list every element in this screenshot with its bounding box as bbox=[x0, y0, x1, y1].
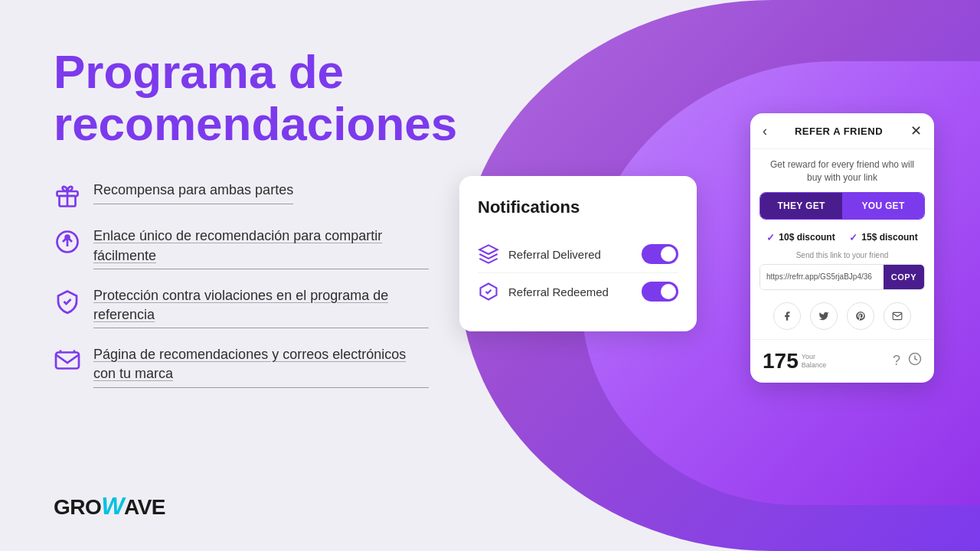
logo-text: GROWAVE bbox=[54, 492, 165, 520]
balance-label: Your Balance bbox=[802, 353, 827, 370]
refer-title: REFER A FRIEND bbox=[795, 126, 883, 137]
discount-they: ✓ 10$ discount bbox=[766, 232, 835, 243]
tab-you-get[interactable]: YOU GET bbox=[842, 193, 924, 219]
logo-ave: AVE bbox=[124, 495, 165, 519]
toggle-referral-redeemed[interactable] bbox=[642, 282, 678, 302]
gift-icon bbox=[54, 182, 81, 210]
notif-label-2: Referral Redeemed bbox=[508, 285, 609, 298]
link-icon bbox=[54, 228, 81, 256]
discount-you-text: 15$ discount bbox=[861, 232, 917, 243]
logo-gro: GRO bbox=[54, 495, 101, 519]
feature-item-2: Enlace único de recomendación para compa… bbox=[54, 227, 429, 269]
discount-they-text: 10$ discount bbox=[779, 232, 835, 243]
copy-button[interactable]: COPY bbox=[884, 265, 924, 289]
referral-redeemed-icon bbox=[478, 281, 499, 302]
balance-number: 175 bbox=[763, 349, 799, 373]
link-input-row: COPY bbox=[760, 264, 925, 290]
left-section: Programa de recomendaciones Recompensa p… bbox=[0, 0, 475, 551]
referral-delivered-icon bbox=[478, 243, 499, 265]
logo-wave-letter: W bbox=[101, 492, 124, 520]
toggle-referral-delivered[interactable] bbox=[642, 244, 678, 264]
check-icon-they: ✓ bbox=[766, 232, 775, 243]
feature-item-1: Recompensa para ambas partes bbox=[54, 181, 429, 210]
notif-left-2: Referral Redeemed bbox=[478, 281, 609, 302]
notifications-card: Notifications Referral Delivered Refer bbox=[459, 176, 697, 331]
discounts-row: ✓ 10$ discount ✓ 15$ discount bbox=[750, 229, 934, 251]
email-brand-icon bbox=[54, 347, 81, 374]
svg-rect-4 bbox=[56, 353, 79, 369]
refer-a-friend-card: ‹ REFER A FRIEND ✕ Get reward for every … bbox=[750, 113, 934, 383]
history-button[interactable] bbox=[908, 352, 922, 370]
facebook-share-button[interactable] bbox=[773, 302, 801, 330]
svg-point-3 bbox=[64, 235, 70, 241]
referral-link-input[interactable] bbox=[760, 265, 884, 289]
send-link-label: Send this link to your friend bbox=[750, 251, 934, 259]
notif-left-1: Referral Delivered bbox=[478, 243, 601, 265]
refer-subtitle: Get reward for every friend who will buy… bbox=[750, 149, 934, 192]
main-title: Programa de recomendaciones bbox=[54, 46, 429, 150]
shield-icon bbox=[54, 288, 81, 315]
footer-icons: ? bbox=[893, 352, 922, 370]
check-icon-you: ✓ bbox=[849, 232, 858, 243]
refer-header: ‹ REFER A FRIEND ✕ bbox=[750, 113, 934, 149]
pinterest-share-button[interactable] bbox=[847, 302, 874, 330]
feature-text-2: Enlace único de recomendación para compa… bbox=[93, 227, 429, 269]
back-button[interactable]: ‹ bbox=[763, 124, 767, 138]
notification-row-1: Referral Delivered bbox=[478, 236, 678, 273]
feature-item-3: Protección contra violaciones en el prog… bbox=[54, 286, 429, 328]
feature-item-4: Página de recomendaciones y correos elec… bbox=[54, 345, 429, 387]
email-share-button[interactable] bbox=[884, 302, 911, 330]
growave-logo: GROWAVE bbox=[54, 492, 429, 520]
tab-they-get[interactable]: THEY GET bbox=[760, 193, 842, 219]
social-share-row bbox=[750, 299, 934, 339]
refer-tabs: THEY GET YOU GET bbox=[760, 192, 925, 220]
feature-text-4: Página de recomendaciones y correos elec… bbox=[93, 345, 429, 387]
discount-you: ✓ 15$ discount bbox=[849, 232, 917, 243]
notification-row-2: Referral Redeemed bbox=[478, 273, 678, 310]
twitter-share-button[interactable] bbox=[810, 302, 838, 330]
refer-footer: 175 Your Balance ? bbox=[750, 339, 934, 383]
features-list: Recompensa para ambas partes Enlace únic… bbox=[54, 181, 429, 387]
notif-label-1: Referral Delivered bbox=[508, 248, 601, 261]
notifications-title: Notifications bbox=[478, 197, 678, 217]
help-button[interactable]: ? bbox=[893, 352, 900, 370]
feature-text-3: Protección contra violaciones en el prog… bbox=[93, 286, 429, 328]
close-button[interactable]: ✕ bbox=[910, 124, 922, 138]
feature-text-1: Recompensa para ambas partes bbox=[93, 181, 293, 204]
